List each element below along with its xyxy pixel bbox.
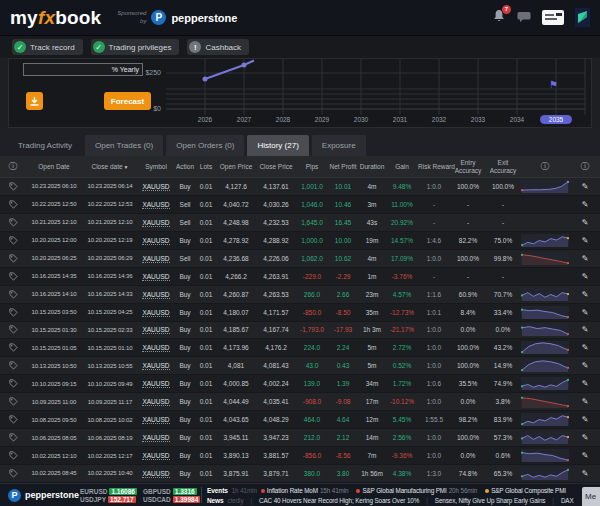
symbol-link[interactable]: XAUUSD <box>142 416 169 424</box>
chat-widget-button[interactable]: Me <box>582 487 600 506</box>
symbol-link[interactable]: XAUUSD <box>142 237 169 245</box>
col-exit-accuracy[interactable]: Exit Accuracy <box>486 159 520 174</box>
tag-icon[interactable] <box>0 290 26 299</box>
partner-app-icon[interactable] <box>575 8 590 27</box>
edit-note-button[interactable]: ✎ <box>582 182 589 191</box>
symbol-link[interactable]: XAUUSD <box>142 380 169 388</box>
cell-entry-accuracy: 74.8% <box>450 470 486 477</box>
news-headline[interactable]: Sensex, Nifty Give Up Sharp Early Gains <box>435 497 546 504</box>
tag-icon[interactable] <box>0 397 26 406</box>
ticker-pepperstone-logo[interactable]: P pepperstone <box>0 489 80 502</box>
col-symbol[interactable]: Symbol <box>138 163 174 170</box>
col-net-profit[interactable]: Net Profit <box>328 163 358 170</box>
col-action[interactable]: Action <box>174 163 196 170</box>
tab-open-orders[interactable]: Open Orders (0) <box>166 135 244 156</box>
notifications-button[interactable]: 7 <box>492 9 506 27</box>
col-open-date[interactable]: Open Date <box>26 163 82 170</box>
promo-card-icon[interactable] <box>542 10 564 25</box>
edit-note-button[interactable]: ✎ <box>582 469 589 478</box>
edit-note-button[interactable]: ✎ <box>582 236 589 245</box>
cell-risk-reward: 1:0.0 <box>418 344 450 351</box>
tag-icon[interactable] <box>0 469 26 478</box>
col-duration[interactable]: Duration <box>358 163 386 170</box>
event-item[interactable]: S&P Global Composite PMI <box>485 487 566 494</box>
edit-note-button[interactable]: ✎ <box>582 325 589 334</box>
chat-icon[interactable] <box>517 11 531 24</box>
edit-note-button[interactable]: ✎ <box>582 343 589 352</box>
tag-icon[interactable] <box>0 308 26 317</box>
edit-note-button[interactable]: ✎ <box>582 397 589 406</box>
tag-icon[interactable] <box>0 325 26 334</box>
symbol-link[interactable]: XAUUSD <box>142 434 169 442</box>
tab-history[interactable]: History (27) <box>247 135 308 156</box>
tag-icon[interactable] <box>0 218 26 227</box>
tag-icon[interactable] <box>0 343 26 352</box>
symbol-link[interactable]: XAUUSD <box>142 362 169 370</box>
tag-icon[interactable] <box>0 200 26 209</box>
cell-net-profit: -8.56 <box>328 452 358 459</box>
edit-note-button[interactable]: ✎ <box>582 451 589 460</box>
table-row: 10.20.2025 12:00 10.20.2025 12:19 XAUUSD… <box>0 232 600 250</box>
trading-privileges-badge[interactable]: ✓Trading privileges <box>91 39 180 55</box>
myfxbook-logo[interactable]: myfxbook <box>10 7 101 29</box>
track-record-badge[interactable]: ✓Track record <box>12 39 83 55</box>
info-icon[interactable]: ⓘ <box>581 161 590 171</box>
event-item[interactable]: S&P Global Manufacturing PMI20h 56min <box>356 487 481 494</box>
news-headline[interactable]: DAX <box>561 497 574 504</box>
data-point-2027 <box>242 63 247 68</box>
symbol-link[interactable]: XAUUSD <box>142 255 169 263</box>
tag-icon[interactable] <box>0 272 26 281</box>
symbol-link[interactable]: XAUUSD <box>142 470 169 478</box>
tag-icon[interactable] <box>0 236 26 245</box>
cashback-badge[interactable]: !Cashback <box>187 39 249 55</box>
info-icon[interactable]: ⓘ <box>9 161 18 171</box>
col-close-price[interactable]: Close Price <box>256 163 296 170</box>
tag-icon[interactable] <box>0 361 26 370</box>
edit-note-button[interactable]: ✎ <box>582 200 589 209</box>
symbol-link[interactable]: XAUUSD <box>142 201 169 209</box>
edit-note-button[interactable]: ✎ <box>582 415 589 424</box>
tag-icon[interactable] <box>0 379 26 388</box>
tag-icon[interactable] <box>0 433 26 442</box>
symbol-link[interactable]: XAUUSD <box>142 183 169 191</box>
symbol-link[interactable]: XAUUSD <box>142 326 169 334</box>
symbol-link[interactable]: XAUUSD <box>142 309 169 317</box>
edit-note-button[interactable]: ✎ <box>582 361 589 370</box>
symbol-link[interactable]: XAUUSD <box>142 398 169 406</box>
tab-open-trades[interactable]: Open Trades (0) <box>85 135 163 156</box>
tab-exposure[interactable]: Exposure <box>312 135 366 156</box>
col-lots[interactable]: Lots <box>196 163 216 170</box>
cell-open-price: 4,185.67 <box>216 326 256 333</box>
edit-note-button[interactable]: ✎ <box>582 218 589 227</box>
col-gain[interactable]: Gain <box>386 163 418 170</box>
edit-note-button[interactable]: ✎ <box>582 290 589 299</box>
download-button[interactable] <box>26 92 43 110</box>
symbol-link[interactable]: XAUUSD <box>142 291 169 299</box>
symbol-link[interactable]: XAUUSD <box>142 344 169 352</box>
col-risk-reward[interactable]: Risk Reward <box>418 163 450 170</box>
sponsor-block[interactable]: Sponsoredby P pepperstone <box>117 10 237 25</box>
col-entry-accuracy[interactable]: Entry Accuracy <box>450 159 486 174</box>
event-item[interactable]: Inflation Rate MoM15h 41min <box>261 487 353 494</box>
symbol-link[interactable]: XAUUSD <box>142 219 169 227</box>
edit-note-button[interactable]: ✎ <box>582 254 589 263</box>
symbol-link[interactable]: XAUUSD <box>142 452 169 460</box>
edit-note-button[interactable]: ✎ <box>582 433 589 442</box>
tag-icon[interactable] <box>0 451 26 460</box>
yearly-percent-input[interactable] <box>27 66 112 73</box>
tab-trading-activity[interactable]: Trading Activity <box>8 135 82 156</box>
col-open-price[interactable]: Open Price <box>216 163 256 170</box>
col-close-date[interactable]: Close date▼ <box>82 163 138 171</box>
cell-close-price: 3,947.23 <box>256 434 296 441</box>
sparkline <box>520 341 570 354</box>
col-pips[interactable]: Pips <box>296 163 328 170</box>
edit-note-button[interactable]: ✎ <box>582 308 589 317</box>
info-icon[interactable]: ⓘ <box>541 161 550 171</box>
edit-note-button[interactable]: ✎ <box>582 272 589 281</box>
tag-icon[interactable] <box>0 254 26 263</box>
tag-icon[interactable] <box>0 182 26 191</box>
news-headline[interactable]: CAC 40 Hovers Near Record High; Kering S… <box>259 497 419 504</box>
edit-note-button[interactable]: ✎ <box>582 379 589 388</box>
tag-icon[interactable] <box>0 415 26 424</box>
symbol-link[interactable]: XAUUSD <box>142 273 169 281</box>
